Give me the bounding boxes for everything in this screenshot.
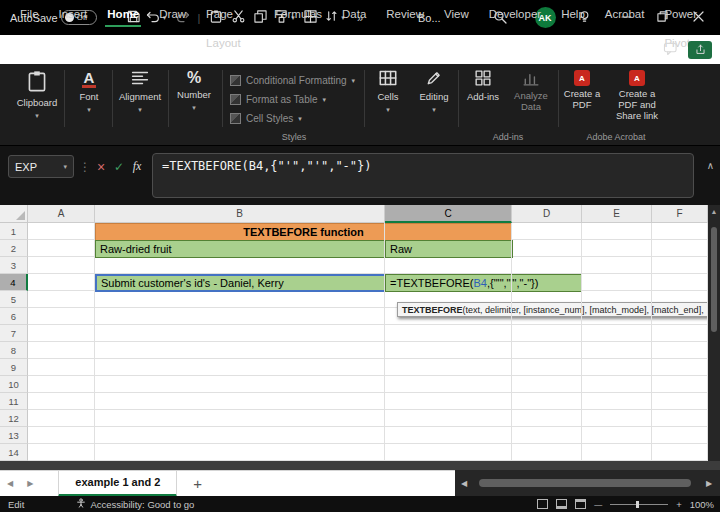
sheet-nav-right-icon[interactable]: ▶ — [20, 479, 40, 488]
column-header-C[interactable]: C — [385, 205, 512, 223]
column-header-A[interactable]: A — [28, 205, 95, 223]
tab-data[interactable]: Data — [332, 0, 376, 29]
font-group-button[interactable]: A Font ▾ — [70, 70, 108, 113]
cells-group-button[interactable]: Cells ▾ — [370, 70, 406, 113]
row-header-14[interactable]: 14 — [0, 444, 28, 461]
font-label: Font — [79, 91, 98, 102]
row-header-8[interactable]: 8 — [0, 342, 28, 359]
zoom-slider-thumb[interactable] — [636, 501, 639, 508]
cell-b4[interactable]: Submit customer's id's - Daniel, Kerry — [95, 274, 386, 292]
accessibility-status[interactable]: Accessibility: Good to go — [76, 498, 194, 510]
scroll-left-icon[interactable]: ◀ — [455, 479, 473, 488]
vertical-scrollbar[interactable]: ▲ — [708, 205, 720, 461]
new-sheet-button[interactable]: + — [177, 475, 218, 492]
accessibility-text: Accessibility: Good to go — [90, 499, 194, 510]
page-layout-view-icon[interactable] — [556, 499, 567, 509]
row-header-12[interactable]: 12 — [0, 410, 28, 427]
vertical-scroll-thumb[interactable] — [711, 227, 717, 332]
excel-window: AutoSave Off ▾ | ▾ — [0, 0, 720, 512]
sheet-tab[interactable]: example 1 and 2 — [58, 471, 177, 497]
tab-developer[interactable]: Developer — [479, 0, 551, 29]
share-button[interactable] — [688, 41, 712, 59]
clipboard-icon — [27, 70, 47, 94]
row-header-10[interactable]: 10 — [0, 376, 28, 393]
row-header-5[interactable]: 5 — [0, 291, 28, 308]
zoom-level[interactable]: 100% — [690, 499, 714, 510]
row-header-11[interactable]: 11 — [0, 393, 28, 410]
tab-file[interactable]: File — [10, 0, 49, 29]
enter-button[interactable]: ✓ — [110, 155, 128, 178]
name-box[interactable]: EXP ▾ — [8, 155, 74, 178]
sheet-nav-left-icon[interactable]: ◀ — [0, 479, 20, 488]
row-header-6[interactable]: 6 — [0, 308, 28, 325]
column-header-B[interactable]: B — [95, 205, 385, 223]
ribbon-item-format-as-table[interactable]: Format as Table▾ — [230, 91, 355, 108]
cell-b1-banner[interactable]: TEXTBEFORE function — [95, 223, 512, 241]
scroll-up-icon[interactable]: ▲ — [708, 205, 720, 219]
addins-label: Add-ins — [467, 91, 499, 102]
number-label: Number — [177, 89, 211, 100]
horizontal-scrollbar[interactable]: ◀ ▶ — [455, 470, 720, 496]
zoom-in-button[interactable]: + — [676, 499, 682, 510]
tab-draw[interactable]: Draw — [149, 0, 196, 29]
row-header-1[interactable]: 1 — [0, 223, 28, 240]
tab-power-pivot[interactable]: Power Pivot — [654, 0, 720, 29]
formula-input[interactable]: =TEXTBEFORE(B4,{"'","'","-"}) — [152, 153, 694, 198]
tab-view[interactable]: View — [434, 0, 479, 29]
row-header-3[interactable]: 3 — [0, 257, 28, 274]
zoom-out-button[interactable]: — — [594, 500, 602, 509]
zoom-slider[interactable] — [610, 504, 668, 505]
column-header-E[interactable]: E — [582, 205, 652, 223]
clipboard-group-button[interactable]: Clipboard ▾ — [16, 70, 58, 119]
normal-view-icon[interactable] — [537, 499, 548, 509]
column-header-F[interactable]: F — [652, 205, 708, 223]
chevron-down-icon: ▾ — [63, 163, 67, 170]
horizontal-scroll-thumb[interactable] — [479, 479, 691, 487]
chevron-down-icon: ▾ — [138, 106, 142, 113]
tab-page-layout[interactable]: Page Layout — [196, 0, 264, 29]
comments-button[interactable] — [663, 41, 678, 59]
create-pdf-button[interactable]: A Create a PDF — [562, 70, 602, 111]
select-all-corner[interactable] — [0, 205, 28, 223]
page-break-view-icon[interactable] — [575, 499, 586, 509]
row-header-2[interactable]: 2 — [0, 240, 28, 257]
grid-body[interactable]: TEXTBEFORE function Raw-dried fruit Raw … — [0, 223, 708, 461]
column-header-D[interactable]: D — [512, 205, 582, 223]
row-header-7[interactable]: 7 — [0, 325, 28, 342]
gridline — [651, 223, 652, 461]
tab-formulas[interactable]: Formulas — [264, 0, 332, 29]
addins-button[interactable]: Add-ins — [463, 70, 503, 102]
tab-insert[interactable]: Insert — [49, 0, 98, 29]
group-separator — [222, 70, 223, 127]
tab-help[interactable]: Help — [551, 0, 595, 29]
row-header-9[interactable]: 9 — [0, 359, 28, 376]
cell-c2[interactable]: Raw — [385, 240, 513, 258]
collapse-formula-bar-button[interactable]: ∧ — [707, 160, 714, 171]
cell-c4-formula[interactable]: =TEXTBEFORE(B4,{"'","'","-"}) — [385, 274, 582, 292]
editing-group-button[interactable]: Editing ▾ — [414, 70, 454, 113]
cancel-button[interactable]: × — [92, 155, 110, 178]
style-item-icon — [230, 113, 241, 124]
cell-b2[interactable]: Raw-dried fruit — [95, 240, 386, 258]
tab-acrobat[interactable]: Acrobat — [595, 0, 655, 29]
tab-home[interactable]: Home — [97, 0, 149, 29]
tab-review[interactable]: Review — [376, 0, 434, 29]
create-pdf-share-button[interactable]: A Create a PDF and Share link — [606, 70, 668, 122]
group-separator — [64, 70, 65, 127]
group-separator — [364, 70, 365, 127]
gridline — [94, 223, 95, 461]
editing-label: Editing — [419, 91, 448, 102]
chevron-down-icon: ▾ — [432, 106, 436, 113]
insert-function-button[interactable]: fx — [128, 155, 146, 178]
group-separator — [168, 70, 169, 127]
alignment-group-button[interactable]: Alignment ▾ — [116, 70, 164, 113]
scroll-right-icon[interactable]: ▶ — [700, 479, 718, 488]
ribbon-item-conditional-formatting[interactable]: Conditional Formatting▾ — [230, 72, 355, 89]
row-header-13[interactable]: 13 — [0, 427, 28, 444]
alignment-label: Alignment — [119, 91, 161, 102]
row-header-4[interactable]: 4 — [0, 274, 28, 291]
chevron-down-icon: ▾ — [352, 77, 356, 84]
analyze-data-button[interactable]: Analyze Data — [508, 70, 554, 113]
number-group-button[interactable]: % Number ▾ — [172, 70, 216, 111]
ribbon-item-cell-styles[interactable]: Cell Styles▾ — [230, 110, 355, 127]
